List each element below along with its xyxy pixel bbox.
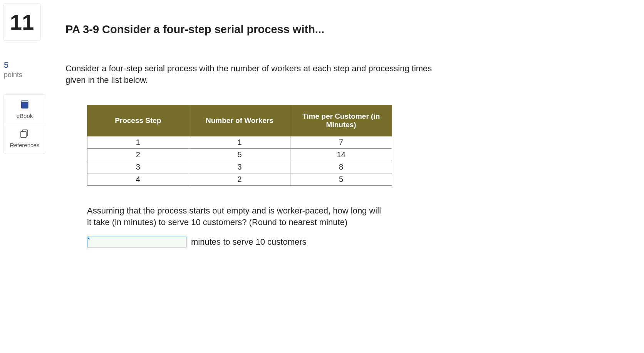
table-header-cell: Time per Customer (in Minutes): [290, 105, 392, 136]
table-cell: 1: [189, 136, 290, 149]
table-cell: 7: [290, 136, 392, 149]
table-cell: 5: [189, 149, 290, 161]
table-cell: 14: [290, 149, 392, 161]
table-cell: 4: [87, 173, 189, 186]
table-cell: 5: [290, 173, 392, 186]
table-cell: 2: [189, 173, 290, 186]
table-row: 1 1 7: [87, 136, 392, 149]
answer-row: minutes to serve 10 customers: [87, 237, 451, 247]
table-cell: 3: [189, 161, 290, 173]
points-value: 5: [4, 61, 46, 69]
svg-rect-4: [21, 131, 26, 138]
answer-suffix: minutes to serve 10 customers: [191, 237, 307, 247]
references-button[interactable]: References: [3, 124, 46, 153]
points-label: points: [4, 71, 46, 79]
table-cell: 3: [87, 161, 189, 173]
question-page: 11 5 points eBook: [0, 0, 644, 353]
svg-rect-1: [21, 101, 28, 102]
input-flag-icon: [88, 237, 90, 239]
ebook-label: eBook: [17, 113, 33, 119]
table-cell: 8: [290, 161, 392, 173]
sub-question-text: Assuming that the process starts out emp…: [87, 205, 387, 228]
ebook-button[interactable]: eBook: [3, 95, 46, 124]
table-row: 4 2 5: [87, 173, 392, 186]
table-row: 2 5 14: [87, 149, 392, 161]
process-data-table: Process Step Number of Workers Time per …: [87, 105, 392, 186]
table-header-cell: Process Step: [87, 105, 189, 136]
table-header-row: Process Step Number of Workers Time per …: [87, 105, 392, 136]
table-header-cell: Number of Workers: [189, 105, 290, 136]
resources-box: eBook References: [3, 94, 46, 153]
table-cell: 1: [87, 136, 189, 149]
table-cell: 2: [87, 149, 189, 161]
references-label: References: [10, 142, 40, 148]
table-row: 3 3 8: [87, 161, 392, 173]
points-block: 5 points: [3, 61, 46, 79]
references-icon: [20, 128, 30, 140]
question-main: PA 3-9 Consider a four-step serial proce…: [65, 23, 451, 247]
answer-input[interactable]: [87, 237, 186, 247]
question-intro: Consider a four-step serial process with…: [65, 63, 443, 86]
answer-input-wrap: [87, 237, 186, 247]
ebook-icon: [20, 99, 29, 110]
left-sidebar: 11 5 points eBook: [3, 3, 46, 153]
data-table-wrap: Process Step Number of Workers Time per …: [87, 105, 392, 186]
question-number: 11: [10, 10, 34, 35]
question-title: PA 3-9 Consider a four-step serial proce…: [65, 23, 451, 36]
question-number-box: 11: [3, 3, 41, 41]
